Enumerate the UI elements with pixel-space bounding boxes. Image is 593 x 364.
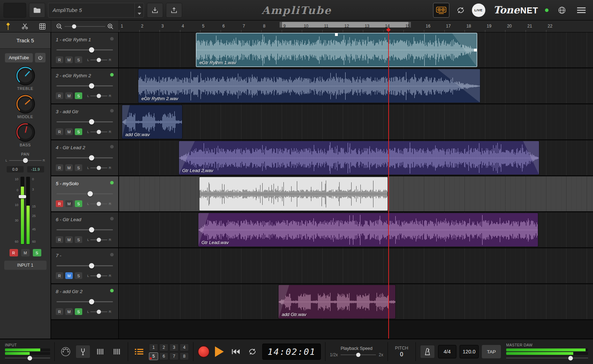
project-next-button[interactable] [135, 10, 144, 17]
pan-handle[interactable] [97, 58, 101, 62]
volume-handle[interactable] [89, 83, 94, 89]
solo-button[interactable]: S [75, 272, 82, 279]
track-volume-slider[interactable] [56, 83, 114, 89]
audio-clip[interactable]: Gtr Lead.wav [198, 213, 538, 247]
track-header[interactable]: 4 - Gtr Lead 2 R M S L R [51, 140, 118, 176]
track-pan-slider[interactable] [90, 57, 107, 62]
zoom-slider-handle[interactable] [72, 24, 76, 29]
rack-view-button[interactable] [94, 345, 107, 358]
song-section-8[interactable]: 8 [180, 352, 189, 360]
project-name-field[interactable]: AmpliTube 5 [48, 3, 144, 18]
input-select-button[interactable]: INPUT 1 [4, 261, 47, 270]
master-slider-handle[interactable] [568, 356, 573, 360]
track-volume-slider[interactable] [56, 299, 114, 304]
amplitube-plugin-button[interactable]: AmpliTube [5, 53, 33, 62]
record-arm-button[interactable]: R [56, 164, 63, 171]
pan-slider-handle[interactable] [23, 158, 28, 163]
metronome-button[interactable] [420, 345, 435, 358]
solo-button[interactable]: S [75, 164, 82, 171]
fader-handle[interactable] [19, 195, 26, 198]
playhead-line[interactable] [388, 32, 389, 339]
tonenet-logo[interactable]: ToneNET [493, 4, 538, 16]
mute-button[interactable]: M [65, 308, 73, 315]
record-arm-button[interactable]: R [56, 272, 63, 279]
pan-handle[interactable] [97, 130, 101, 134]
volume-handle[interactable] [89, 155, 94, 160]
song-section-5[interactable]: 5 [149, 352, 158, 360]
audio-clip[interactable]: add Gtr.wav [122, 105, 182, 139]
record-arm-button[interactable]: R [56, 236, 63, 243]
track-header[interactable]: 6 - Gtr Lead R M S L R [51, 212, 118, 248]
record-arm-button[interactable]: R [56, 308, 63, 315]
track-header[interactable]: 3 - add Gtr R M S L R [51, 104, 118, 140]
track-pan-slider[interactable] [90, 129, 107, 134]
track-volume-slider[interactable] [56, 155, 114, 160]
audio-clip[interactable]: add Gtr.wav [278, 285, 395, 318]
record-arm-button[interactable]: R [10, 249, 18, 256]
eq-knob-treble[interactable]: TREBLE [15, 66, 36, 91]
track-pan-slider[interactable] [90, 309, 107, 314]
pan-handle[interactable] [97, 274, 101, 278]
song-section-1[interactable]: 1 [149, 344, 158, 351]
track-header[interactable]: 1 - eGtr Rythm 1 R M S L R [51, 32, 118, 68]
play-button[interactable] [215, 346, 224, 357]
clip-resize-handle[interactable] [335, 33, 338, 36]
track-pan-slider[interactable] [90, 273, 107, 278]
track-header[interactable]: 2 - eGtr Rythm 2 R M S L R [51, 68, 118, 104]
clip-resize-handle[interactable] [474, 49, 477, 51]
track-pan-slider[interactable] [90, 93, 107, 98]
recorder-button[interactable] [433, 3, 449, 18]
pan-handle[interactable] [97, 310, 101, 314]
loop-button[interactable] [246, 345, 259, 358]
speed-slider[interactable] [341, 352, 376, 357]
cut-tool-button[interactable] [22, 23, 28, 30]
record-arm-button[interactable]: R [56, 92, 63, 99]
cab-view-button[interactable] [110, 345, 124, 358]
rewind-button[interactable] [229, 345, 242, 358]
volume-fader[interactable] [20, 177, 24, 244]
pitch-section[interactable]: PITCH 0 [392, 346, 411, 358]
menu-button[interactable] [573, 3, 589, 18]
eq-knob-middle[interactable]: MIDDLE [15, 94, 36, 119]
zoom-in-icon[interactable] [107, 23, 114, 30]
input-slider-handle[interactable] [28, 356, 32, 360]
grid-edit-button[interactable] [39, 23, 46, 30]
midi-button[interactable] [59, 345, 72, 358]
song-section-4[interactable]: 4 [180, 344, 189, 351]
timeline-row[interactable] [119, 104, 593, 140]
record-arm-button[interactable]: R [56, 200, 63, 207]
solo-button[interactable]: S [75, 308, 82, 315]
volume-handle[interactable] [89, 227, 94, 232]
pan-handle[interactable] [97, 94, 101, 98]
master-level-slider[interactable] [506, 356, 588, 360]
plugin-power-button[interactable] [35, 53, 46, 62]
tempo-display[interactable]: 120.0 [460, 345, 479, 358]
song-section-2[interactable]: 2 [159, 344, 168, 351]
solo-button[interactable]: S [75, 200, 82, 207]
track-volume-slider[interactable] [56, 119, 114, 125]
solo-button[interactable]: S [75, 236, 82, 243]
pan-handle[interactable] [97, 202, 101, 206]
track-pan-slider[interactable] [90, 165, 107, 170]
volume-handle[interactable] [89, 119, 94, 125]
zoom-slider[interactable] [65, 24, 105, 29]
mute-button[interactable]: M [65, 128, 73, 135]
song-section-6[interactable]: 6 [159, 352, 168, 360]
audio-clip[interactable]: Gtr Lead 2.wav [179, 141, 539, 175]
input-level-slider[interactable] [5, 356, 50, 360]
zoom-out-icon[interactable] [56, 23, 62, 30]
time-signature-display[interactable]: 4/4 [438, 345, 456, 358]
mute-button[interactable]: M [21, 249, 30, 256]
timeline[interactable]: eGtr Rythm 1.waveGtr Rythm 2.wavadd Gtr.… [119, 32, 593, 339]
record-arm-button[interactable]: R [56, 128, 63, 135]
speed-slider-handle[interactable] [356, 353, 360, 357]
track-volume-slider[interactable] [56, 227, 114, 232]
tap-tempo-button[interactable]: TAP [482, 345, 501, 358]
volume-handle[interactable] [88, 191, 93, 196]
timeline-row[interactable] [119, 248, 593, 284]
eq-knob-bass[interactable]: BASS [15, 122, 36, 147]
audio-clip[interactable] [199, 177, 388, 211]
pan-handle[interactable] [97, 238, 101, 242]
record-button[interactable] [198, 346, 210, 358]
mute-button[interactable]: M [65, 164, 73, 171]
